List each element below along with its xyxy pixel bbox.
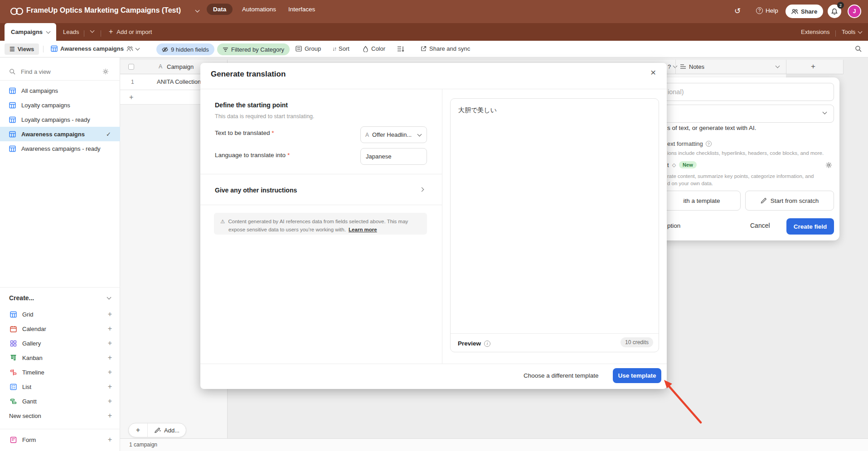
create-item-gallery[interactable]: Gallery+: [0, 336, 120, 350]
create-item-grid[interactable]: Grid+: [0, 307, 120, 321]
add-record-button[interactable]: +: [129, 423, 148, 437]
column-header-partial[interactable]: ?: [668, 63, 671, 70]
create-field-button[interactable]: Create field: [786, 218, 834, 235]
table-tab-leads[interactable]: Leads: [63, 29, 79, 35]
add-with-ai-button[interactable]: Add...: [148, 427, 186, 434]
create-item-gantt[interactable]: Gantt+: [0, 394, 120, 408]
plus-icon[interactable]: +: [108, 383, 112, 390]
tab-automations[interactable]: Automations: [236, 4, 282, 15]
create-item-kanban[interactable]: Kanban+: [0, 350, 120, 365]
hidden-fields-button[interactable]: 9 hidden fields: [156, 43, 214, 55]
app-logo-icon[interactable]: [10, 7, 24, 16]
plus-icon: +: [109, 28, 113, 35]
filter-icon: [223, 47, 228, 52]
create-item-timeline[interactable]: Timeline+: [0, 365, 120, 379]
plus-icon[interactable]: +: [108, 398, 112, 405]
views-sidebar: All campaigns Loyalty campaigns Loyalty …: [0, 58, 120, 451]
share-and-sync-button[interactable]: Share and sync: [421, 45, 470, 52]
grid-view-icon: [51, 45, 58, 52]
close-icon[interactable]: ×: [650, 67, 656, 77]
current-view-button[interactable]: Awareness campaigns: [51, 45, 139, 52]
field-name-input[interactable]: ional): [663, 83, 834, 101]
sidebar-item-awareness-campaigns-ready[interactable]: Awareness campaigns - ready: [0, 141, 120, 156]
table-tab-chevron-icon[interactable]: [46, 29, 51, 34]
column-header-campaign[interactable]: Campaign: [167, 63, 194, 70]
sidebar-item-loyalty-campaigns-ready[interactable]: Loyalty campaigns - ready: [0, 112, 120, 127]
avatar[interactable]: J: [848, 5, 861, 18]
magic-pencil-icon: [154, 427, 161, 433]
learn-more-link[interactable]: Learn more: [349, 227, 377, 232]
search-icon[interactable]: [855, 45, 862, 52]
view-settings-gear-icon[interactable]: [102, 68, 109, 75]
field-name-placeholder-fragment: ional): [668, 88, 684, 96]
plus-icon[interactable]: +: [108, 325, 112, 332]
start-with-template-button[interactable]: ith a template: [663, 191, 741, 211]
grid-icon: [10, 311, 17, 318]
tables-list-chevron-icon[interactable]: [90, 29, 95, 33]
cancel-button[interactable]: Cancel: [750, 222, 770, 229]
ai-toggle-row[interactable]: t ◇ New: [667, 161, 697, 168]
create-chevron-icon: [107, 295, 112, 300]
create-item-form[interactable]: Form+: [0, 432, 120, 447]
form-icon: [10, 437, 17, 443]
plus-icon[interactable]: +: [108, 354, 112, 361]
info-icon[interactable]: i: [484, 341, 490, 347]
group-button[interactable]: Group: [296, 45, 321, 52]
create-item-new-section[interactable]: New section+: [0, 408, 120, 423]
template-button-fragment: ith a template: [683, 197, 720, 204]
preview-footer-label: Preview i: [458, 340, 490, 347]
divider: [84, 30, 84, 37]
divider: [200, 364, 667, 364]
history-icon[interactable]: ↺: [734, 6, 741, 16]
sidebar-item-all-campaigns[interactable]: All campaigns: [0, 83, 120, 98]
tab-data[interactable]: Data: [207, 4, 233, 15]
start-from-scratch-button[interactable]: Start from scratch: [745, 191, 834, 211]
add-column-button[interactable]: +: [811, 62, 815, 71]
plus-icon[interactable]: +: [108, 369, 112, 376]
tools-button[interactable]: Tools: [842, 29, 862, 35]
help-button[interactable]: ? Help: [756, 7, 778, 14]
color-button[interactable]: Color: [363, 45, 385, 52]
preview-text: 大胆で美しい: [458, 106, 497, 115]
language-input[interactable]: [360, 148, 427, 165]
cell-campaign[interactable]: ANITA Collection: [157, 78, 201, 85]
select-all-checkbox[interactable]: [128, 64, 134, 70]
add-or-import-button[interactable]: + Add or import: [109, 28, 152, 35]
sort-button[interactable]: ↓↑ Sort: [332, 45, 349, 52]
field-label-language: Language to translate into *: [215, 152, 290, 158]
new-badge: New: [679, 161, 697, 168]
views-button[interactable]: ☰ Views: [5, 43, 39, 55]
source-field-select[interactable]: A Offer Headlin...: [360, 126, 427, 143]
tab-interfaces[interactable]: Interfaces: [282, 4, 321, 15]
group-icon: [296, 46, 302, 52]
plus-icon[interactable]: +: [108, 436, 112, 443]
plus-icon[interactable]: +: [108, 412, 112, 419]
create-item-calendar[interactable]: Calendar+: [0, 321, 120, 336]
column-header-notes[interactable]: Notes: [689, 63, 704, 70]
row-height-icon[interactable]: [397, 46, 404, 52]
add-description-fragment[interactable]: ption: [667, 222, 680, 229]
table-tab-campaigns[interactable]: Campaigns: [5, 23, 56, 41]
base-title[interactable]: FrameUp Optics Marketing Campaigns (Test…: [26, 6, 181, 14]
ai-settings-gear-icon[interactable]: [825, 162, 832, 168]
sidebar-item-loyalty-campaigns[interactable]: Loyalty campaigns: [0, 98, 120, 112]
other-instructions-row[interactable]: Give any other instructions: [215, 183, 428, 197]
formatting-label-fragment: ext formatting: [667, 140, 703, 147]
base-title-chevron-icon[interactable]: [195, 8, 200, 13]
notification-badge: 2: [837, 2, 844, 9]
create-section-header[interactable]: Create...: [9, 291, 113, 305]
create-item-list[interactable]: List+: [0, 379, 120, 394]
sort-arrows-icon: ↓↑: [332, 46, 336, 52]
share-button[interactable]: Share: [786, 5, 823, 18]
filter-button[interactable]: Filtered by Category: [217, 43, 290, 55]
extensions-button[interactable]: Extensions: [801, 29, 830, 35]
plus-icon[interactable]: +: [108, 340, 112, 347]
choose-different-template-button[interactable]: Choose a different template: [524, 372, 599, 379]
field-type-select[interactable]: [663, 105, 834, 123]
plus-icon[interactable]: +: [108, 311, 112, 318]
sidebar-item-awareness-campaigns[interactable]: Awareness campaigns ✓: [0, 127, 120, 141]
formatting-toggle-row[interactable]: ext formatting ?: [667, 140, 712, 147]
find-view-input[interactable]: [20, 68, 88, 76]
generate-translation-modal: Generate translation × Define the starti…: [200, 63, 667, 389]
view-chevron-icon: [136, 46, 140, 50]
